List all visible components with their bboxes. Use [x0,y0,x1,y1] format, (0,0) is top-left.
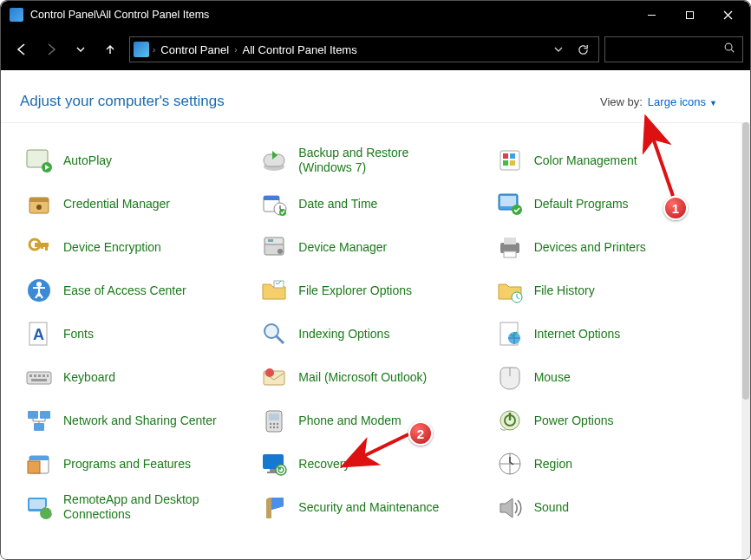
cpl-item-fonts[interactable]: AFonts [18,314,253,354]
cpl-item-security[interactable]: Security and Maintenance [253,487,488,527]
cpl-item-phone[interactable]: Phone and Modem [253,400,488,440]
cpl-item-region[interactable]: Region [489,444,724,484]
page-title: Adjust your computer's settings [20,93,600,110]
scrollbar[interactable] [741,122,750,559]
maximize-button[interactable] [670,1,709,29]
address-history-dropdown[interactable] [546,37,571,62]
cpl-item-label: Internet Options [534,327,621,342]
items-grid: AutoPlayBackup and Restore (Windows 7)Co… [1,123,741,527]
cpl-item-folder[interactable]: File Explorer Options [253,270,488,310]
cpl-item-programs[interactable]: Programs and Features [18,444,253,484]
cpl-item-printers[interactable]: Devices and Printers [489,227,724,267]
address-bar[interactable]: › Control Panel › All Control Panel Item… [129,36,599,62]
svg-point-65 [273,427,275,428]
svg-rect-16 [29,198,49,202]
cpl-item-label: AutoPlay [63,153,112,168]
cpl-item-label: Sound [534,500,569,515]
remote-icon [22,490,56,524]
inet-icon [493,316,527,351]
refresh-button[interactable] [571,37,595,62]
cpl-item-label: Mail (Microsoft Outlook) [298,370,427,385]
encryption-icon [22,230,56,264]
svg-rect-52 [31,379,47,381]
svg-rect-38 [274,281,284,288]
svg-rect-49 [38,374,41,377]
svg-point-76 [276,465,286,475]
backup-icon [257,143,291,178]
minimize-button[interactable] [632,1,670,29]
cpl-item-label: Fonts [63,327,94,342]
svg-point-17 [36,205,42,210]
cpl-item-datetime[interactable]: Date and Time [253,184,488,224]
cpl-item-recovery[interactable]: Recovery [253,444,488,484]
cpl-item-autoplay[interactable]: AutoPlay [18,140,253,180]
cpl-item-indexing[interactable]: Indexing Options [253,314,488,354]
svg-rect-58 [34,423,44,431]
svg-rect-51 [47,374,49,377]
cpl-item-label: Mouse [534,370,571,385]
page-header: Adjust your computer's settings View by:… [1,70,741,123]
security-icon [257,490,291,524]
cpl-item-label: File Explorer Options [298,283,412,298]
cpl-item-keyboard[interactable]: Keyboard [18,357,253,397]
svg-rect-57 [40,411,50,419]
cpl-item-mail[interactable]: Mail (Microsoft Outlook) [253,357,488,397]
nav-toolbar: › Control Panel › All Control Panel Item… [1,29,750,70]
up-button[interactable] [96,36,124,63]
fonts-icon: A [22,316,56,351]
viewby-dropdown[interactable]: Large icons▼ [648,95,717,108]
close-button[interactable] [709,1,747,29]
cpl-item-backup[interactable]: Backup and Restore (Windows 7) [253,140,488,180]
sound-icon [493,490,527,524]
cpl-item-label: Ease of Access Center [63,283,186,298]
cpl-item-defaults[interactable]: Default Programs [489,184,724,224]
cpl-item-label: Power Options [534,413,614,428]
back-button[interactable] [8,36,36,63]
svg-point-64 [270,427,271,428]
cpl-item-devmgr[interactable]: Device Manager [253,227,488,267]
datetime-icon [257,186,291,221]
credential-icon [22,186,56,221]
autoplay-icon [22,143,56,178]
defaults-icon [493,186,527,221]
cpl-item-encryption[interactable]: Device Encryption [18,227,253,267]
cpl-item-label: Devices and Printers [534,240,646,255]
cpl-item-label: Phone and Modem [298,413,401,428]
cpl-item-label: Device Manager [298,240,387,255]
cpl-item-color[interactable]: Color Management [489,140,724,180]
folder-icon [257,273,291,308]
cpl-item-filehist[interactable]: File History [489,270,724,310]
control-panel-icon [10,8,23,22]
cpl-item-label: Backup and Restore (Windows 7) [298,146,454,175]
cpl-item-sound[interactable]: Sound [489,487,724,527]
cpl-item-ease[interactable]: Ease of Access Center [18,270,253,310]
svg-rect-72 [28,461,40,473]
scrollbar-thumb[interactable] [742,122,749,400]
cpl-item-credential[interactable]: Credential Manager [18,184,253,224]
viewby-value-text: Large icons [648,95,706,108]
cpl-item-network[interactable]: Network and Sharing Center [18,400,253,440]
cpl-item-remote[interactable]: RemoteApp and Desktop Connections [18,487,253,527]
search-box[interactable] [604,36,743,62]
viewby-label: View by: [600,95,643,108]
cpl-item-label: Indexing Options [298,327,389,342]
breadcrumb-root[interactable]: Control Panel [155,43,234,56]
svg-rect-60 [269,413,279,420]
cpl-item-mouse[interactable]: Mouse [489,357,724,397]
svg-text:A: A [33,326,44,343]
address-icon [134,42,149,57]
cpl-item-inet[interactable]: Internet Options [489,314,724,354]
forward-button[interactable] [37,36,65,63]
breadcrumb-current[interactable]: All Control Panel Items [237,43,362,56]
color-icon [493,143,527,178]
svg-rect-1 [686,11,693,18]
cpl-item-label: Device Encryption [63,240,161,255]
phone-icon [257,403,291,438]
cpl-item-power[interactable]: Power Options [489,400,724,440]
cpl-item-label: Default Programs [534,197,629,212]
cpl-item-label: RemoteApp and Desktop Connections [63,492,219,522]
cpl-item-label: File History [534,283,595,298]
svg-point-61 [270,423,271,425]
recent-dropdown-button[interactable] [67,36,95,63]
svg-point-63 [277,423,278,425]
